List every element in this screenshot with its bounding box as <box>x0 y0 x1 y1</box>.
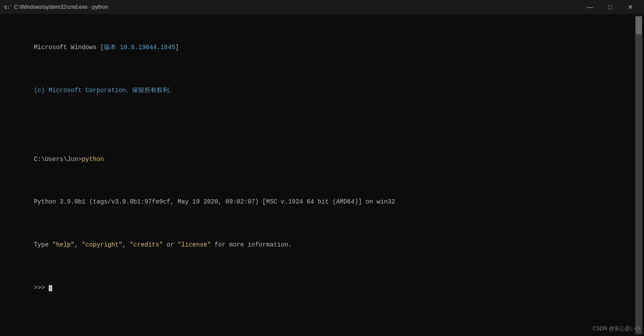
or-text: or <box>163 241 178 248</box>
version-highlight: 版本 10.0.19044.1645 <box>104 44 175 51</box>
copyright-kw: "copyright" <box>82 241 122 248</box>
python-version-line: Python 3.9.0b1 (tags/v3.9.0b1:97fe9cf, M… <box>4 189 633 215</box>
prompt-path: C:\Users\Jun> <box>34 156 82 163</box>
blank-line <box>4 121 633 129</box>
copyright-line: (c) Microsoft Corporation。保留所有权利。 <box>4 78 633 104</box>
python-command: python <box>82 156 104 163</box>
comma2: , <box>122 241 130 248</box>
terminal-output[interactable]: Microsoft Windows [版本 10.0.19044.1645] (… <box>2 16 635 334</box>
maximize-button[interactable]: □ <box>600 0 620 14</box>
type-text: Type <box>34 241 52 248</box>
comma1: , <box>75 241 82 248</box>
copyright-text: (c) Microsoft Corporation。保留所有权利。 <box>34 87 175 94</box>
svg-text:C:\: C:\ <box>4 5 11 10</box>
windows-text: Microsoft Windows [ <box>34 44 104 51</box>
cmd-window: C:\ C:\Windows\system32\cmd.exe - python… <box>0 0 644 336</box>
content-area: Microsoft Windows [版本 10.0.19044.1645] (… <box>0 14 644 336</box>
scrollbar-thumb[interactable] <box>636 17 642 34</box>
scrollbar[interactable] <box>635 16 642 334</box>
windows-version-line: Microsoft Windows [版本 10.0.19044.1645] <box>4 35 633 61</box>
python-prompt: >>> <box>34 284 49 291</box>
license-kw: "license" <box>178 241 211 248</box>
python-version-text: Python 3.9.0b1 (tags/v3.9.0b1:97fe9cf, M… <box>34 198 395 205</box>
python-prompt-line: >>> <box>4 275 633 301</box>
credits-kw: "credits" <box>130 241 163 248</box>
more-info: for more information. <box>211 241 292 248</box>
bracket-close: ] <box>175 44 179 51</box>
title-bar: C:\ C:\Windows\system32\cmd.exe - python… <box>0 0 644 14</box>
cmd-icon: C:\ <box>4 4 11 11</box>
type-hint-line: Type "help", "copyright", "credits" or "… <box>4 232 633 258</box>
window-title: C:\Windows\system32\cmd.exe - python <box>14 4 108 10</box>
window-controls: — □ ✕ <box>580 0 640 14</box>
prompt-python-line: C:\Users\Jun>python <box>4 147 633 172</box>
title-bar-left: C:\ C:\Windows\system32\cmd.exe - python <box>4 4 108 11</box>
watermark: CSDN @安心是い仆 <box>592 325 640 332</box>
minimize-button[interactable]: — <box>580 0 600 14</box>
help-kw: "help" <box>52 241 74 248</box>
cursor <box>49 285 52 291</box>
close-button[interactable]: ✕ <box>620 0 640 14</box>
